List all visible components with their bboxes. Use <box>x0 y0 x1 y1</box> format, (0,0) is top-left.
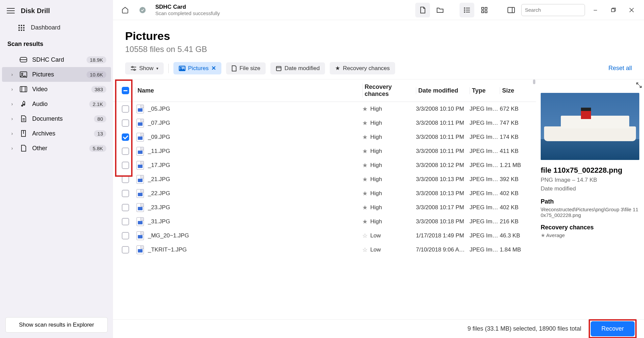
grid-view-button[interactable] <box>477 3 492 17</box>
date-value: 3/3/2008 10:17 PM <box>416 204 470 211</box>
panel-toggle-button[interactable] <box>504 3 519 17</box>
minimize-button[interactable]: ─ <box>588 2 603 18</box>
col-name[interactable]: Name <box>135 87 362 94</box>
sidebar-item-video[interactable]: ›Video383 <box>2 82 111 97</box>
date-filter[interactable]: Date modified <box>270 62 325 74</box>
show-in-explorer-button[interactable]: Show scan results in Explorer <box>5 317 108 333</box>
table-row[interactable]: _31.JPG ★High 3/3/2008 10:18 PM JPEG Im…… <box>113 215 536 229</box>
scrollbar-thumb[interactable] <box>533 79 535 84</box>
row-checkbox[interactable] <box>122 148 129 155</box>
svg-rect-28 <box>485 7 487 9</box>
row-checkbox[interactable] <box>122 232 129 239</box>
table-row[interactable]: _MG_20~1.JPG ☆Low 1/17/2018 1:49 PM JPEG… <box>113 229 536 243</box>
details-recovery-label: Recovery chances <box>541 224 639 231</box>
sidebar-item-sdhc-card[interactable]: SDHC Card18.9K <box>2 52 111 67</box>
list-view-button[interactable] <box>460 3 474 17</box>
row-checkbox[interactable] <box>122 246 129 253</box>
dashboard-link[interactable]: Dashboard <box>0 21 113 38</box>
show-filter[interactable]: Show ▾ <box>125 62 164 74</box>
sidebar-item-documents[interactable]: ›Documents80 <box>2 111 111 126</box>
star-icon: ☆ <box>362 246 368 253</box>
svg-rect-44 <box>276 66 281 71</box>
sidebar-item-audio[interactable]: ›Audio2.1K <box>2 97 111 111</box>
svg-rect-6 <box>18 30 20 31</box>
col-size[interactable]: Size <box>500 87 533 94</box>
search-input[interactable] <box>525 7 589 13</box>
table-row[interactable]: _21.JPG ★High 3/3/2008 10:13 PM JPEG Im…… <box>113 172 536 186</box>
status-check-icon <box>135 3 150 17</box>
date-filter-label: Date modified <box>284 65 320 72</box>
sliders-icon <box>130 66 137 71</box>
file-type-icon <box>137 175 144 184</box>
row-checkbox[interactable] <box>122 190 129 197</box>
table-row[interactable]: _17.JPG ★High 3/3/2008 10:12 PM JPEG Im…… <box>113 158 536 172</box>
expand-icon[interactable] <box>636 82 642 88</box>
filesize-filter[interactable]: File size <box>226 62 266 74</box>
close-button[interactable] <box>624 2 639 18</box>
table-row[interactable]: _23.JPG ★High 3/3/2008 10:17 PM JPEG Im…… <box>113 201 536 215</box>
dashboard-label: Dashboard <box>31 24 60 31</box>
details-meta: PNG Image – 14.7 KB <box>541 177 639 183</box>
status-text: 9 files (33.1 MB) selected, 18900 files … <box>468 325 581 332</box>
maximize-button[interactable] <box>606 2 621 18</box>
file-type-icon <box>137 217 144 226</box>
sidebar-item-count: 2.1K <box>89 101 106 108</box>
row-checkbox[interactable] <box>122 204 129 211</box>
table-row[interactable]: _11.JPG ★High 3/3/2008 10:11 PM JPEG Im…… <box>113 144 536 158</box>
remove-filter-icon[interactable]: ✕ <box>211 65 216 72</box>
sidebar-item-label: SDHC Card <box>32 56 82 63</box>
category-icon <box>19 129 28 137</box>
file-name: _22.JPG <box>148 190 170 197</box>
sidebar-item-archives[interactable]: ›Archives13 <box>2 126 111 141</box>
size-value: 216 KB <box>500 218 533 225</box>
svg-point-20 <box>140 7 146 13</box>
row-checkbox[interactable] <box>122 176 129 183</box>
table-row[interactable]: _TKRIT~1.JPG ☆Low 7/10/2018 9:06 A… JPEG… <box>113 243 536 257</box>
home-button[interactable] <box>118 3 132 17</box>
menu-icon[interactable] <box>7 7 15 15</box>
table-row[interactable]: _07.JPG ★High 3/3/2008 10:11 PM JPEG Im…… <box>113 116 536 130</box>
star-icon: ☆ <box>362 232 368 239</box>
col-type[interactable]: Type <box>470 87 500 94</box>
category-icon <box>19 144 28 152</box>
svg-point-41 <box>134 69 135 70</box>
folder-icon-button[interactable] <box>433 3 447 17</box>
recovery-filter[interactable]: ★ Recovery chances <box>330 62 395 74</box>
table-row[interactable]: _22.JPG ★High 3/3/2008 10:13 PM JPEG Im…… <box>113 186 536 201</box>
type-value: JPEG Im… <box>470 190 500 197</box>
category-icon <box>19 70 28 78</box>
svg-rect-7 <box>21 30 22 31</box>
sidebar-item-label: Pictures <box>32 71 82 78</box>
recovery-value: High <box>370 120 382 126</box>
file-name: _31.JPG <box>148 218 170 225</box>
col-recovery[interactable]: Recovery chances <box>362 83 416 98</box>
row-checkbox[interactable] <box>122 119 129 127</box>
recovery-value: High <box>370 106 382 112</box>
row-checkbox[interactable] <box>122 105 129 113</box>
sidebar-item-count: 13 <box>94 130 106 137</box>
file-type-icon <box>137 133 144 142</box>
file-icon-button[interactable] <box>415 3 430 17</box>
recovery-value: Low <box>370 232 381 239</box>
col-date[interactable]: Date modified <box>416 87 470 94</box>
search-box[interactable] <box>521 4 585 16</box>
row-checkbox[interactable] <box>122 218 129 225</box>
row-checkbox[interactable] <box>122 133 129 141</box>
category-icon <box>19 100 28 108</box>
pictures-filter[interactable]: Pictures ✕ <box>173 62 221 74</box>
star-icon: ★ <box>362 162 368 169</box>
table-row[interactable]: _09.JPG ★High 3/3/2008 10:11 PM JPEG Im…… <box>113 130 536 144</box>
reset-filters[interactable]: Reset all <box>608 65 632 72</box>
sidebar-item-other[interactable]: ›Other5.8K <box>2 141 111 156</box>
table-row[interactable]: _05.JPG ★High 3/3/2008 10:10 PM JPEG Im…… <box>113 102 536 116</box>
row-checkbox[interactable] <box>122 162 129 169</box>
sidebar-item-count: 10.6K <box>87 71 106 78</box>
sidebar-item-pictures[interactable]: ›Pictures10.6K <box>2 67 111 82</box>
svg-rect-5 <box>23 27 24 29</box>
chevron-right-icon: › <box>9 101 15 107</box>
select-all-checkbox[interactable] <box>122 87 129 94</box>
date-value: 1/17/2018 1:49 PM <box>416 232 470 239</box>
file-list: Name Recovery chances Date modified Type… <box>113 79 536 319</box>
recover-button[interactable]: Recover <box>591 321 635 336</box>
type-value: JPEG Im… <box>470 162 500 169</box>
